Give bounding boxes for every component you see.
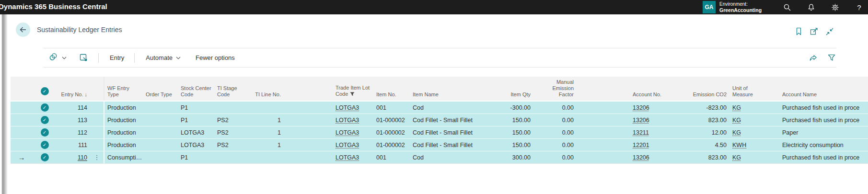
header-ti-line-no[interactable]: TI Line No. bbox=[249, 91, 284, 101]
table-row[interactable]: → ✓ 110 ⋮ Consumpti… P1 LOTGA3 001 Cod 3… bbox=[11, 151, 868, 164]
select-all-checkbox[interactable]: ✓ bbox=[41, 87, 49, 95]
cell-item-qty: 150.00 bbox=[486, 129, 533, 136]
header-entry-no[interactable]: Entry No. ↓ bbox=[57, 91, 90, 101]
cell-unit-of-measure[interactable]: KG bbox=[732, 104, 741, 111]
row-selected-checkmark-icon[interactable]: ✓ bbox=[41, 153, 49, 161]
views-selector[interactable] bbox=[49, 53, 67, 63]
cell-wf-entry-type: Consumpti… bbox=[104, 154, 143, 161]
cell-ti-stage-code: PS2 bbox=[214, 129, 249, 136]
row-menu-icon[interactable]: ⋮ bbox=[94, 154, 100, 161]
title-icon-group bbox=[795, 27, 833, 35]
header-unit-of-measure[interactable]: Unit of Measure bbox=[729, 85, 779, 101]
help-icon[interactable]: ? bbox=[855, 3, 863, 11]
action-bar: Entry Automate Fewer options bbox=[43, 48, 836, 67]
cell-account-name: Purchased fish used in proce bbox=[779, 154, 868, 161]
cell-trade-item-lot-code[interactable]: LOTGA3 bbox=[336, 129, 359, 136]
cell-account-name: Purchased fish used in proce bbox=[779, 117, 868, 124]
cell-trade-item-lot-code[interactable]: LOTGA3 bbox=[336, 104, 359, 111]
cell-manual-emission-factor: 0.00 bbox=[533, 129, 577, 136]
cell-account-no[interactable]: 13206 bbox=[633, 117, 649, 124]
header-ti-stage-code[interactable]: TI Stage Code bbox=[214, 85, 249, 101]
sort-descending-icon: ↓ bbox=[85, 91, 88, 97]
bookmark-icon[interactable] bbox=[795, 27, 803, 35]
cell-trade-item-lot-code[interactable]: LOTGA3 bbox=[336, 154, 359, 161]
cell-item-qty: 150.00 bbox=[486, 117, 533, 124]
header-emission-co2[interactable]: Emission CO2 bbox=[674, 91, 729, 101]
cell-item-no: 001 bbox=[373, 154, 410, 161]
header-wf-entry-type[interactable]: WF Entry Type bbox=[104, 85, 143, 101]
header-trade-item-lot-code[interactable]: Trade Item Lot Code bbox=[333, 85, 373, 101]
header-account-no[interactable]: Account No. bbox=[630, 91, 674, 101]
page-title: Sustainability Ledger Entries bbox=[37, 26, 122, 34]
filter-icon[interactable] bbox=[827, 54, 835, 62]
cell-emission-co2: -823.00 bbox=[674, 104, 729, 111]
header-item-qty[interactable]: Item Qty bbox=[486, 91, 533, 101]
chevron-down-icon bbox=[176, 57, 181, 59]
cell-unit-of-measure[interactable]: KG bbox=[732, 129, 741, 136]
left-scrollbar[interactable] bbox=[0, 14, 8, 194]
cell-item-qty: 150.00 bbox=[486, 142, 533, 148]
cell-unit-of-measure[interactable]: KG bbox=[732, 117, 741, 124]
notifications-bell-icon[interactable] bbox=[807, 3, 815, 11]
table-row[interactable]: → ✓ 114 ⋮ Production P1 LOTGA3 001 Cod -… bbox=[11, 102, 868, 114]
cell-account-name: Paper bbox=[779, 129, 868, 136]
open-in-new-window-icon[interactable] bbox=[810, 27, 818, 35]
cell-stock-center-code: P1 bbox=[178, 117, 214, 124]
cell-account-no[interactable]: 13211 bbox=[633, 129, 649, 136]
table-header-row: ✓ Entry No. ↓ WF Entry Type Order Type S… bbox=[11, 77, 868, 102]
row-selected-checkmark-icon[interactable]: ✓ bbox=[41, 128, 49, 137]
menu-entry[interactable]: Entry bbox=[110, 54, 124, 61]
fewer-options[interactable]: Fewer options bbox=[196, 54, 235, 61]
cell-account-no[interactable]: 13206 bbox=[633, 104, 649, 111]
header-account-name[interactable]: Account Name bbox=[779, 91, 868, 101]
row-selected-checkmark-icon[interactable]: ✓ bbox=[41, 103, 49, 112]
collapse-page-icon[interactable] bbox=[825, 27, 833, 35]
views-icon bbox=[49, 53, 58, 63]
cell-trade-item-lot-code[interactable]: LOTGA3 bbox=[336, 142, 359, 148]
header-order-type[interactable]: Order Type bbox=[143, 91, 178, 101]
table-row[interactable]: → ✓ 112 ⋮ Production LOTGA3 PS2 1 LOTGA3… bbox=[11, 126, 868, 139]
cell-manual-emission-factor: 0.00 bbox=[533, 142, 577, 148]
cell-emission-co2: 823.00 bbox=[674, 117, 729, 124]
cell-unit-of-measure[interactable]: KG bbox=[732, 154, 741, 161]
cell-ti-line-no: 1 bbox=[249, 117, 284, 124]
cell-entry-no[interactable]: 111 bbox=[78, 142, 87, 148]
account-badge[interactable]: GA bbox=[703, 1, 716, 13]
table-row[interactable]: → ✓ 113 ⋮ Production P1 PS2 1 LOTGA3 01-… bbox=[11, 114, 868, 126]
row-selected-checkmark-icon[interactable]: ✓ bbox=[41, 141, 49, 149]
cell-item-qty: -300.00 bbox=[486, 104, 533, 111]
chevron-down-icon bbox=[62, 57, 67, 59]
cell-ti-stage-code: PS2 bbox=[214, 117, 249, 124]
cell-entry-no[interactable]: 113 bbox=[78, 117, 87, 124]
header-stock-center-code[interactable]: Stock Center Code bbox=[178, 85, 214, 101]
business-central-window: Dynamics 365 Business Central GA Environ… bbox=[0, 0, 868, 194]
top-app-bar: Dynamics 365 Business Central GA Environ… bbox=[0, 0, 868, 14]
cell-account-no[interactable]: 13206 bbox=[633, 154, 649, 161]
header-item-name[interactable]: Item Name bbox=[410, 91, 486, 101]
analyze-icon[interactable] bbox=[80, 54, 88, 62]
share-icon[interactable] bbox=[809, 54, 817, 62]
column-filter-icon bbox=[350, 91, 355, 97]
current-row-arrow: → bbox=[18, 153, 25, 161]
cell-entry-no[interactable]: 114 bbox=[78, 104, 87, 111]
cell-ti-line-no: 1 bbox=[249, 142, 284, 148]
cell-entry-no[interactable]: 112 bbox=[78, 129, 87, 136]
cell-account-no[interactable]: 12201 bbox=[633, 142, 649, 148]
cell-unit-of-measure[interactable]: KWH bbox=[732, 142, 746, 148]
row-selected-checkmark-icon[interactable]: ✓ bbox=[41, 116, 49, 124]
cell-emission-co2: 823.00 bbox=[674, 154, 729, 161]
back-arrow-icon bbox=[19, 26, 27, 34]
table-row[interactable]: → ✓ 111 ⋮ Production LOTGA3 PS2 1 LOTGA3… bbox=[11, 139, 868, 151]
menu-automate[interactable]: Automate bbox=[146, 54, 181, 61]
cell-stock-center-code: LOTGA3 bbox=[178, 142, 214, 148]
cell-stock-center-code: LOTGA3 bbox=[178, 129, 214, 136]
back-button[interactable] bbox=[16, 23, 30, 37]
cell-entry-no[interactable]: 110 bbox=[78, 154, 87, 161]
search-icon[interactable] bbox=[783, 3, 791, 11]
cell-trade-item-lot-code[interactable]: LOTGA3 bbox=[336, 117, 359, 124]
cell-item-no: 01-000002 bbox=[373, 117, 410, 124]
settings-gear-icon[interactable] bbox=[831, 3, 839, 11]
header-manual-emission-factor[interactable]: Manual Emission Factor bbox=[533, 79, 577, 101]
header-item-no[interactable]: Item No. bbox=[373, 91, 410, 101]
app-title[interactable]: Dynamics 365 Business Central bbox=[0, 2, 107, 11]
